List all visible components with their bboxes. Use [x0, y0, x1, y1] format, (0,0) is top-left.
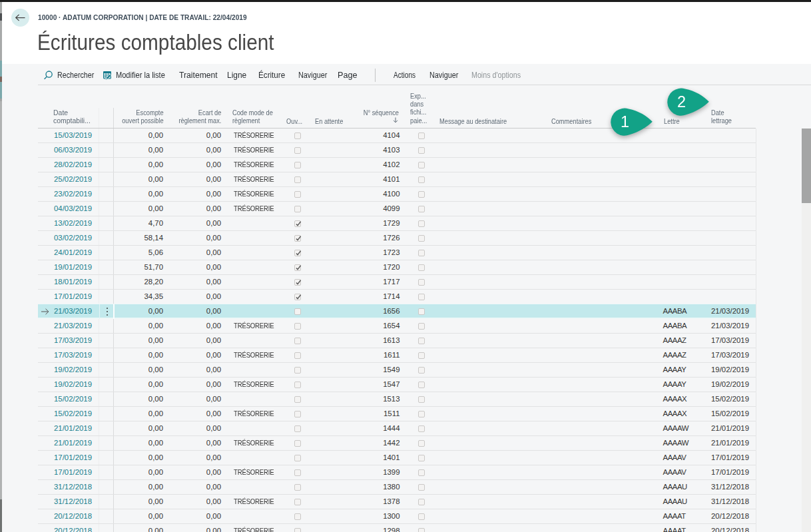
svg-text:2: 2	[677, 93, 686, 111]
svg-text:1: 1	[621, 113, 629, 131]
